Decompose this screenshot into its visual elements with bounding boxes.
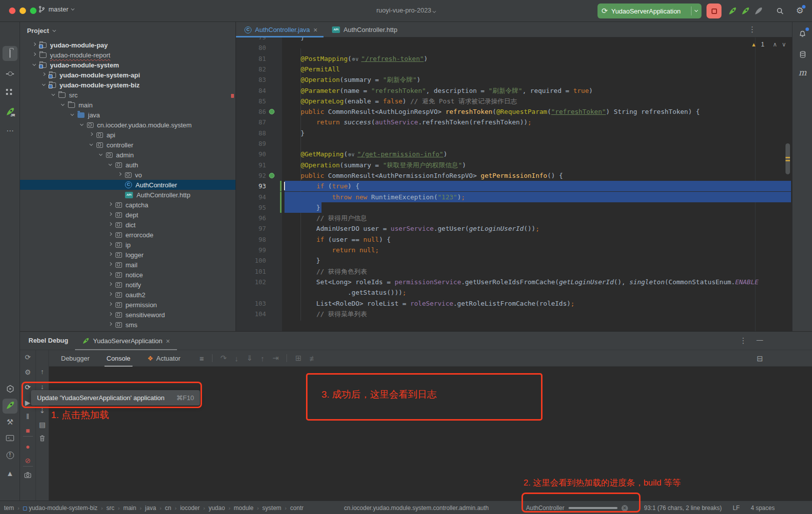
more-tool-windows-icon[interactable]: ⋯ [2,123,18,138]
evaluate-expression-icon[interactable]: ⊞ [295,354,302,363]
chevron-down-icon[interactable] [40,84,46,85]
prev-occurrence-icon[interactable]: ↑ [36,368,48,376]
chevron-right-icon[interactable] [107,214,113,215]
breadcrumb-item[interactable]: system [262,505,282,512]
api-endpoint-gutter-icon[interactable] [269,109,274,114]
tree-item[interactable]: permission [20,300,236,310]
line-separator[interactable]: LF [732,505,740,512]
chevron-down-icon[interactable] [78,124,84,125]
chevron-right-icon[interactable] [107,304,113,305]
code-line[interactable]: 103 List<RoleDO> roleList = roleService.… [236,298,792,309]
tree-item[interactable]: yudao-module-report [20,50,236,60]
chevron-right-icon[interactable] [31,44,37,45]
debug-session-tab[interactable]: YudaoServerApplication × [75,332,177,350]
code-line[interactable]: 81 @PostMapping(⊕∨"/refresh-token") [236,53,792,64]
terminal-icon[interactable]: >_ [2,431,18,446]
code-line[interactable]: .getStatus())); [236,287,792,298]
caret-position[interactable]: 93:1 (76 chars, 2 line breaks) [644,505,722,512]
jrebel-debug-icon[interactable] [741,6,750,17]
tree-item[interactable]: sms [20,320,236,330]
chevron-right-icon[interactable] [107,244,113,245]
tab-options-kebab-icon[interactable]: ⋮ [748,25,756,34]
code-line[interactable]: 82 @PermitAll [236,64,792,74]
chevron-right-icon[interactable] [116,174,122,175]
project-icon[interactable] [2,46,18,61]
chevron-right-icon[interactable] [107,314,113,315]
scrollbar-thumb[interactable] [786,143,790,174]
breadcrumb-item[interactable]: yudao-module-system-biz [23,505,98,512]
code-line[interactable]: 92 public CommonResult<AuthPermissionInf… [236,170,792,181]
breadcrumb-item[interactable]: iocoder [180,505,200,512]
warnings-icon[interactable]: ▲ [2,466,18,481]
code-line[interactable]: 83 @Operation(summary = "刷新令牌") [236,74,792,85]
view-breakpoints-icon[interactable]: ● [20,443,36,451]
code-area[interactable]: 79 }8081 @PostMapping(⊕∨"/refresh-token"… [236,37,792,331]
commit-icon[interactable] [2,66,18,81]
build-icon[interactable]: ⚒ [2,415,18,430]
debug-tab-debugger[interactable]: Debugger [59,350,92,367]
chevron-down-icon[interactable] [31,64,37,65]
code-line[interactable]: 91 @Operation(summary = "获取登录用户的权限信息") [236,160,792,170]
breadcrumb-item[interactable]: cn [165,505,172,512]
chevron-down-icon[interactable] [107,164,113,165]
code-line[interactable]: 87 return success(authService.refreshTok… [236,117,792,127]
tree-item[interactable]: captcha [20,200,236,210]
tree-item[interactable]: java [20,110,236,120]
code-line[interactable]: 94 throw new RuntimeException("123"); [236,192,792,202]
maven-icon[interactable]: m [795,65,810,80]
chevron-down-icon[interactable] [98,154,104,155]
close-icon[interactable]: × [314,26,318,34]
editor-scrollbar[interactable] [785,37,791,331]
code-line[interactable]: 89 [236,138,792,149]
breadcrumb-item[interactable]: main [123,505,136,512]
print-icon[interactable]: ▤ [36,421,48,429]
code-line[interactable]: 102 Set<Long> roleIds = permissionServic… [236,277,792,287]
tree-item[interactable]: main [20,100,236,110]
thread-dump-icon[interactable] [20,472,36,480]
database-icon[interactable] [795,47,810,62]
code-line[interactable]: 93 if (true) { [236,181,792,191]
breadcrumb-item[interactable]: java [145,505,156,512]
chevron-right-icon[interactable] [107,274,113,275]
code-line[interactable]: 98 if (user == null) { [236,234,792,245]
tree-item[interactable]: cn.iocoder.yudao.module.system [20,120,236,130]
code-line[interactable]: 97 AdminUserDO user = userService.getUse… [236,223,792,234]
close-icon[interactable]: × [166,337,170,345]
debug-settings-icon[interactable]: ⚙ [20,368,36,376]
chevron-down-icon[interactable] [50,94,56,95]
chevron-right-icon[interactable] [107,284,113,285]
chevron-right-icon[interactable] [31,54,37,55]
debug-tab-actuator[interactable]: ❖Actuator [146,350,182,367]
step-into-icon[interactable]: ↓ [234,354,238,363]
jrebel-disabled-icon[interactable] [754,6,763,17]
chevron-right-icon[interactable] [107,224,113,225]
code-line[interactable]: 86 public CommonResult<AuthLoginRespVO> … [236,106,792,117]
tree-item[interactable]: AuthController.http [20,190,236,200]
code-line[interactable]: 88 } [236,128,792,138]
prev-problem-icon[interactable]: ∧ [773,41,778,48]
tree-item[interactable]: api [20,130,236,140]
tree-item[interactable]: notice [20,270,236,280]
jrebel-run-icon[interactable] [728,6,737,17]
code-line[interactable]: 99 return null; [236,245,792,255]
layout-settings-icon[interactable]: ⊟ [756,354,763,363]
code-line[interactable]: 79 } [236,37,792,42]
code-line[interactable]: 104 // 获得菜单列表 [236,309,792,319]
tree-item[interactable]: yudao-module-system-biz [20,80,236,90]
breadcrumb-item[interactable]: yudao [208,505,225,512]
tree-item[interactable]: vo [20,170,236,180]
code-line[interactable]: 96 // 获得用户信息 [236,213,792,223]
mute-breakpoints-icon[interactable]: ⊘ [20,457,36,465]
tree-item[interactable]: controller [20,140,236,150]
chevron-right-icon[interactable] [40,74,46,75]
notifications-bell-icon[interactable] [795,26,810,41]
chevron-right-icon[interactable] [107,204,113,205]
breadcrumb-item[interactable]: contr [290,505,304,512]
code-line[interactable]: 84 @Parameter(name = "refreshToken", des… [236,85,792,96]
tree-item[interactable]: auth [20,160,236,170]
tree-item[interactable]: ip [20,240,236,250]
run-to-cursor-icon[interactable]: ⇥ [272,354,279,363]
inspection-widget[interactable]: ▲ 1 ∧ ∨ [751,41,786,48]
tree-item[interactable]: yudao-module-pay [20,40,236,50]
search-everywhere-icon[interactable] [776,7,784,16]
